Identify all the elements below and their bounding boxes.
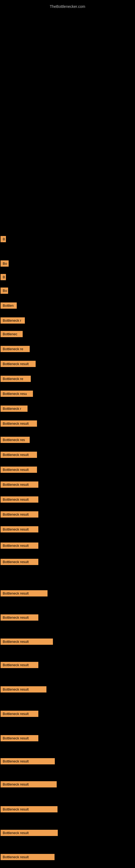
bottleneck-result-item: Bottleneck result — [1, 639, 53, 645]
bottleneck-result-item: Bottlenec — [1, 331, 23, 337]
bottleneck-result-item: Bottleneck result — [1, 496, 38, 503]
bottleneck-result-item: B — [1, 236, 6, 242]
bottleneck-result-item: Bottleneck result — [1, 830, 58, 836]
bottleneck-result-item: Bottleneck result — [1, 758, 55, 764]
bottleneck-result-item: Bottleneck result — [1, 711, 38, 717]
bottleneck-result-item: Bottleneck result — [1, 467, 37, 473]
bottleneck-result-item: Bottleneck result — [1, 590, 48, 596]
bottleneck-result-item: Bottleneck re — [1, 346, 30, 352]
bottleneck-result-item: Bottleneck result — [1, 735, 38, 741]
bottleneck-result-item: Bottleneck r — [1, 405, 28, 412]
bottleneck-result-item: Bottleneck resu — [1, 391, 33, 397]
bottleneck-result-item: Bottlen — [1, 303, 17, 309]
bottleneck-result-item: Bottleneck result — [1, 686, 46, 692]
bottleneck-result-item: Bottleneck result — [1, 361, 36, 367]
bottleneck-result-item: Bottleneck re — [1, 376, 31, 382]
bottleneck-result-item: Bottleneck result — [1, 559, 38, 565]
bottleneck-result-item: Bottleneck result — [1, 526, 38, 532]
bottleneck-result-item: Bottleneck result — [1, 542, 38, 549]
bottleneck-result-item: Bo — [1, 287, 8, 294]
bottleneck-result-item: B — [1, 274, 6, 280]
bottleneck-result-item: Bottleneck result — [1, 452, 37, 458]
bottleneck-result-item: Bottleneck result — [1, 854, 54, 860]
bottleneck-result-item: Bottleneck res — [1, 437, 30, 443]
bottleneck-result-item: Bottleneck result — [1, 482, 38, 488]
bottleneck-result-item: Bottleneck result — [1, 781, 57, 787]
bottleneck-result-item: Bottleneck result — [1, 511, 38, 518]
site-title: TheBottlenecker.com — [0, 2, 135, 11]
bottleneck-result-item: Bottleneck r — [1, 317, 25, 323]
bottleneck-result-item: Bottleneck result — [1, 421, 37, 427]
bottleneck-result-item: Bottleneck result — [1, 662, 38, 668]
bottleneck-result-item: Bottleneck result — [1, 806, 57, 812]
bottleneck-result-item: Bottleneck result — [1, 614, 38, 621]
bottleneck-result-item: Bo — [1, 260, 9, 267]
